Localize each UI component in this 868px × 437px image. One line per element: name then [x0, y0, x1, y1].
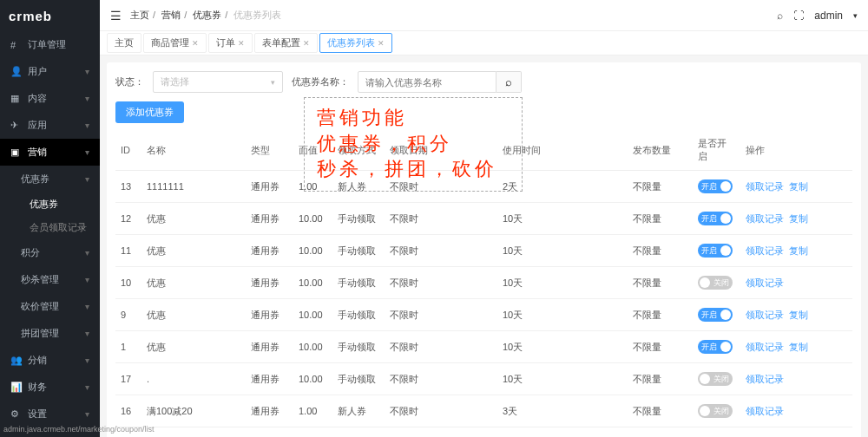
copy-link[interactable]: 复制	[789, 213, 808, 224]
search-icon[interactable]: ⌕	[777, 10, 783, 22]
menu-toggle-icon[interactable]: ☰	[110, 9, 122, 23]
enable-switch[interactable]: 开启	[698, 179, 733, 193]
tab[interactable]: 优惠券列表✕	[319, 33, 392, 53]
status-label: 状态：	[115, 75, 144, 88]
sidebar-item[interactable]: ⚙设置▾	[0, 401, 100, 427]
record-link[interactable]: 领取记录	[746, 213, 784, 224]
bc-2[interactable]: 优惠券	[193, 10, 221, 20]
tabs-bar: 主页商品管理✕订单✕表单配置✕优惠券列表✕	[100, 31, 868, 55]
record-link[interactable]: 领取记录	[746, 374, 784, 384]
sidebar-item[interactable]: ▣营销▾	[0, 139, 100, 166]
bc-current: 优惠券列表	[233, 10, 281, 20]
table-row: 1优惠通用券10.00手动领取不限时10天不限量开启领取记录复制	[115, 331, 852, 363]
table-row: 10优惠通用券10.00手动领取不限时10天不限量关闭领取记录	[115, 267, 852, 299]
enable-switch[interactable]: 关闭	[698, 372, 733, 386]
tab[interactable]: 商品管理✕	[143, 33, 207, 53]
nav-menu: #订单管理👤用户▾▦内容▾✈应用▾▣营销▾优惠券▾优惠券会员领取记录积分▾秒杀管…	[0, 31, 100, 437]
sidebar-item[interactable]: 积分▾	[0, 239, 100, 266]
bc-home[interactable]: 主页	[130, 10, 149, 20]
sidebar-item[interactable]: 👥分销▾	[0, 347, 100, 374]
copy-link[interactable]: 复制	[789, 181, 808, 192]
topbar: ☰ 主页/ 营销/ 优惠券/ 优惠券列表 ⌕ ⛶ admin ▾	[100, 0, 868, 31]
sidebar-subitem[interactable]: 优惠券	[0, 192, 100, 216]
panel: 状态： 请选择 ▾ 优惠券名称： ⌕ 添加优惠券 ID名称类型面值领取方式领取日…	[107, 62, 861, 437]
sidebar-item[interactable]: 砍价管理▾	[0, 293, 100, 320]
col-header: ID	[115, 130, 141, 171]
record-link[interactable]: 领取记录	[746, 310, 784, 320]
user-name[interactable]: admin	[814, 10, 843, 22]
table-row: 12优惠通用券10.00手动领取不限时10天不限量开启领取记录复制	[115, 203, 852, 235]
status-placeholder: 请选择	[161, 75, 189, 88]
sidebar-item[interactable]: 👤用户▾	[0, 58, 100, 85]
col-header: 是否开启	[693, 130, 740, 171]
enable-switch[interactable]: 关闭	[698, 276, 733, 290]
col-header: 领取日期	[385, 130, 497, 171]
name-input[interactable]	[358, 71, 496, 93]
table-row: 16满100减20通用券1.00新人券不限时3天不限量关闭领取记录	[115, 395, 852, 427]
enable-switch[interactable]: 开启	[698, 340, 733, 354]
record-link[interactable]: 领取记录	[746, 181, 784, 192]
sidebar-item[interactable]: 秒杀管理▾	[0, 266, 100, 293]
logo: crmeb	[0, 0, 100, 31]
chevron-down-icon: ▾	[271, 78, 275, 87]
col-header: 面值	[293, 130, 332, 171]
copy-link[interactable]: 复制	[789, 310, 808, 320]
record-link[interactable]: 领取记录	[746, 406, 784, 416]
tab[interactable]: 主页	[107, 33, 141, 53]
sidebar-item[interactable]: #订单管理	[0, 31, 100, 58]
col-header: 类型	[246, 130, 293, 171]
sidebar-item[interactable]: ▦内容▾	[0, 85, 100, 112]
sidebar-item[interactable]: 拼团管理▾	[0, 320, 100, 347]
tab[interactable]: 订单✕	[208, 33, 253, 53]
sidebar: crmeb #订单管理👤用户▾▦内容▾✈应用▾▣营销▾优惠券▾优惠券会员领取记录…	[0, 0, 100, 437]
col-header: 操作	[740, 130, 852, 171]
add-coupon-button[interactable]: 添加优惠券	[115, 101, 184, 123]
name-label: 优惠券名称：	[292, 75, 349, 88]
col-header: 名称	[141, 130, 246, 171]
enable-switch[interactable]: 开启	[698, 244, 733, 258]
status-bar-url: admin.java.crmeb.net/marketing/coupon/li…	[3, 425, 155, 434]
breadcrumb: 主页/ 营销/ 优惠券/ 优惠券列表	[130, 9, 768, 22]
search-icon: ⌕	[505, 75, 512, 88]
copy-link[interactable]: 复制	[789, 342, 808, 352]
enable-switch[interactable]: 开启	[698, 212, 733, 225]
close-icon[interactable]: ✕	[238, 39, 245, 48]
tab[interactable]: 表单配置✕	[254, 33, 318, 53]
table-row: 11优惠通用券10.00手动领取不限时10天不限量开启领取记录复制	[115, 235, 852, 267]
fullscreen-icon[interactable]: ⛶	[793, 10, 804, 22]
col-header: 发布数量	[628, 130, 693, 171]
sidebar-item[interactable]: ✈应用▾	[0, 112, 100, 139]
close-icon[interactable]: ✕	[192, 39, 199, 48]
main: ☰ 主页/ 营销/ 优惠券/ 优惠券列表 ⌕ ⛶ admin ▾ 主页商品管理✕…	[100, 0, 868, 437]
table-row: 9优惠通用券10.00手动领取不限时10天不限量开启领取记录复制	[115, 299, 852, 331]
status-select[interactable]: 请选择 ▾	[153, 71, 283, 93]
close-icon[interactable]: ✕	[303, 39, 310, 48]
close-icon[interactable]: ✕	[378, 39, 385, 48]
content: 状态： 请选择 ▾ 优惠券名称： ⌕ 添加优惠券 ID名称类型面值领取方式领取日…	[100, 55, 868, 437]
enable-switch[interactable]: 关闭	[698, 404, 733, 418]
chevron-down-icon[interactable]: ▾	[853, 11, 858, 20]
record-link[interactable]: 领取记录	[746, 342, 784, 352]
record-link[interactable]: 领取记录	[746, 245, 784, 256]
enable-switch[interactable]: 开启	[698, 308, 733, 322]
copy-link[interactable]: 复制	[789, 245, 808, 256]
search-button[interactable]: ⌕	[496, 71, 522, 93]
table-row: 1511品类券1.00手动领取不限时2天发布：4剩余：4开启领取记录复制	[115, 427, 852, 438]
sidebar-subitem[interactable]: 会员领取记录	[0, 216, 100, 239]
col-header: 领取方式	[332, 130, 385, 171]
sidebar-item[interactable]: 优惠券▾	[0, 166, 100, 192]
col-header: 使用时间	[497, 130, 628, 171]
record-link[interactable]: 领取记录	[746, 277, 784, 288]
filter-row: 状态： 请选择 ▾ 优惠券名称： ⌕	[115, 71, 852, 93]
table-row: 131111111通用券1.00新人券不限时2天不限量开启领取记录复制	[115, 171, 852, 203]
sidebar-item[interactable]: 📊财务▾	[0, 374, 100, 401]
coupon-table: ID名称类型面值领取方式领取日期使用时间发布数量是否开启操作 131111111…	[115, 130, 852, 437]
bc-1[interactable]: 营销	[161, 10, 181, 20]
table-row: 17.通用券10.00手动领取不限时10天不限量关闭领取记录	[115, 363, 852, 395]
